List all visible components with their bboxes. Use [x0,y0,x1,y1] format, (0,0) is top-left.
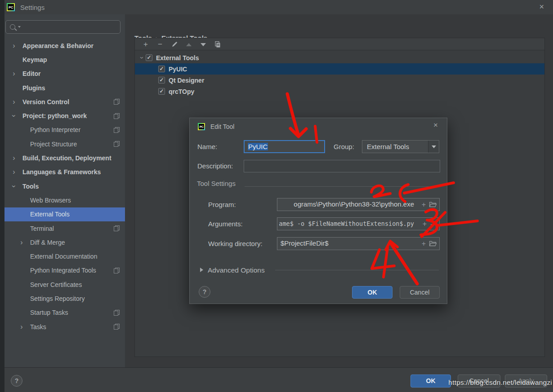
advanced-divider [275,270,439,270]
insert-macro-icon[interactable]: + [422,240,426,247]
shared-settings-icon [114,99,120,105]
insert-macro-icon[interactable]: + [422,201,426,208]
browse-folder-icon[interactable] [429,241,437,247]
settings-search-input[interactable] [5,20,120,34]
sidebar-item-appearance-behavior[interactable]: ›Appearance & Behavior [4,39,125,53]
chevron-right-icon[interactable]: › [10,98,18,106]
tool-row-qt-designer[interactable]: ✓Qt Designer [135,75,544,86]
pycharm-logo-icon: PC [7,3,15,11]
chevron-right-icon[interactable]: › [10,42,18,50]
sidebar-item-label: Plugins [22,84,45,92]
sidebar-item-project-python-work[interactable]: ›Project: python_work [4,109,125,123]
arguments-value: ame$ -o $FileNameWithoutExtension$.py [279,218,414,229]
shared-settings-icon [114,268,120,273]
copy-icon[interactable] [210,38,225,50]
remove-icon[interactable]: − [153,38,167,50]
help-button[interactable]: ? [11,375,22,387]
sidebar-item-python-interpreter[interactable]: Python Interpreter [4,123,125,137]
sidebar-item-label: Project: python_work [22,112,87,119]
dialog-ok-button[interactable]: OK [352,286,392,299]
sidebar-item-startup-tasks[interactable]: Startup Tasks [4,306,125,320]
window-close-icon[interactable]: × [539,2,544,12]
checkbox[interactable]: ✓ [158,66,165,72]
sidebar-item-label: Diff & Merge [30,239,65,246]
group-dropdown[interactable]: External Tools [362,140,439,153]
working-directory-value: $ProjectFileDir$ [281,238,329,249]
chevron-down-icon[interactable]: › [10,112,18,120]
dropdown-arrow-icon[interactable] [428,141,439,153]
dialog-close-icon[interactable]: × [433,121,438,130]
shared-settings-icon [114,324,120,330]
sidebar-item-editor[interactable]: ›Editor [4,67,125,81]
sidebar-item-web-browsers[interactable]: Web Browsers [4,193,125,207]
sidebar-item-label: Terminal [30,225,54,232]
sidebar-item-label: Tools [22,183,39,190]
move-down-icon[interactable] [196,38,210,50]
sidebar-item-languages-frameworks[interactable]: ›Languages & Frameworks [4,165,125,179]
sidebar-item-keymap[interactable]: Keymap [4,53,125,66]
group-label: Group: [334,140,354,153]
working-directory-label: Working directory: [208,237,263,250]
dialog-cancel-button[interactable]: Cancel [400,286,440,299]
description-label: Description: [197,159,233,172]
tool-row-pyuic[interactable]: ✓PyUIC [135,63,544,75]
tool-label: qrcTOpy [169,88,194,95]
sidebar-item-label: Python Integrated Tools [30,267,96,274]
section-divider [245,186,439,187]
sidebar-item-tasks[interactable]: ›Tasks [4,320,125,334]
sidebar-item-project-structure[interactable]: Project Structure [4,137,125,151]
insert-macro-icon[interactable]: + [423,220,427,228]
program-input[interactable]: ograms\Python\Python38-32\python.exe + [277,198,440,211]
sidebar-item-diff-merge[interactable]: ›Diff & Merge [4,235,125,249]
arguments-label: Arguments: [208,217,243,230]
sidebar-item-external-documentation[interactable]: External Documentation [4,249,125,263]
advanced-options-label[interactable]: Advanced Options [208,264,265,277]
window-titlebar: PC Settings × [4,0,553,14]
chevron-right-icon[interactable]: › [10,168,18,176]
advanced-options-expand-icon[interactable] [200,268,203,272]
window-title: Settings [20,4,45,11]
chevron-down-icon[interactable]: › [138,54,146,62]
sidebar-item-tools[interactable]: ›Tools [4,179,125,193]
checkbox[interactable]: ✓ [146,54,152,61]
sidebar-item-terminal[interactable]: Terminal [4,221,125,235]
name-input[interactable]: PyUIC [244,140,325,153]
sidebar-item-external-tools[interactable]: External Tools [4,207,125,221]
sidebar-item-settings-repository[interactable]: Settings Repository [4,291,125,305]
sidebar-item-python-integrated-tools[interactable]: Python Integrated Tools [4,264,125,277]
checkbox[interactable]: ✓ [158,88,165,95]
ok-button[interactable]: OK [410,374,451,388]
sidebar-item-label: Server Certificates [30,281,82,288]
program-label: Program: [208,198,236,211]
tool-row-qrctopy[interactable]: ✓qrcTOpy [135,86,544,97]
program-value: ograms\Python\Python38-32\python.exe [294,198,414,210]
sidebar-item-label: Tasks [30,323,46,330]
arguments-input[interactable]: ame$ -o $FileNameWithoutExtension$.py + [277,217,440,230]
chevron-right-icon[interactable]: › [18,323,26,331]
add-icon[interactable]: + [138,38,153,50]
chevron-right-icon[interactable]: › [10,154,18,162]
checkbox[interactable]: ✓ [158,77,165,84]
expand-field-icon[interactable] [430,220,437,227]
sidebar-item-version-control[interactable]: ›Version Control [4,95,125,109]
sidebar-item-plugins[interactable]: Plugins [4,81,125,95]
tool-label: Qt Designer [169,77,204,84]
chevron-down-icon[interactable]: › [10,182,18,190]
tool-row-external-tools[interactable]: ›✓External Tools [135,52,544,63]
sidebar-item-server-certificates[interactable]: Server Certificates [4,277,125,291]
browse-folder-icon[interactable] [429,202,437,207]
edit-icon[interactable] [167,38,182,50]
sidebar-item-build-execution-deployment[interactable]: ›Build, Execution, Deployment [4,151,125,165]
sidebar-item-label: External Tools [30,211,70,218]
working-directory-input[interactable]: $ProjectFileDir$ + [277,237,440,250]
sidebar-item-label: Startup Tasks [30,309,68,316]
chevron-right-icon[interactable]: › [18,238,26,247]
sidebar-item-label: Version Control [22,98,69,106]
edit-tool-dialog: PC Edit Tool × Name: PyUIC Group: Extern… [189,118,447,304]
sidebar-item-label: Editor [22,70,40,77]
shared-settings-icon [114,310,120,316]
description-input[interactable] [244,160,440,172]
dialog-help-button[interactable]: ? [199,286,210,298]
chevron-right-icon[interactable]: › [10,70,18,78]
move-up-icon[interactable] [182,38,196,50]
